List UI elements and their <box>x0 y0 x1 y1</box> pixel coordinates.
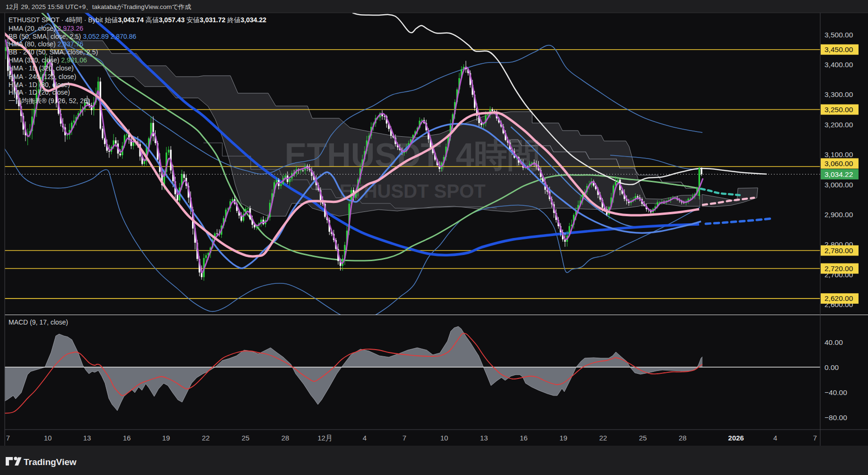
svg-text:16: 16 <box>520 434 528 442</box>
svg-text:2,620.00: 2,620.00 <box>824 294 853 302</box>
svg-text:HMA · 1D (320, close): HMA · 1D (320, close) <box>9 64 74 72</box>
svg-text:7: 7 <box>813 434 817 442</box>
svg-text:4: 4 <box>773 434 777 442</box>
svg-text:3,100.00: 3,100.00 <box>824 150 853 158</box>
svg-text:13: 13 <box>480 434 488 442</box>
svg-text:3,250.00: 3,250.00 <box>824 106 853 114</box>
svg-text:HMA (20, close) 2,973.26: HMA (20, close) 2,973.26 <box>9 25 83 32</box>
svg-text:ETHUSDT SPOT · 4時間 · Bybit 始値: ETHUSDT SPOT · 4時間 · Bybit 始値3,043.74 高値… <box>9 16 266 24</box>
svg-text:12月: 12月 <box>317 434 333 442</box>
svg-text:HMA (320, close) 2,981.06: HMA (320, close) 2,981.06 <box>9 56 87 64</box>
svg-text:BB · 240 (50, SMA, close, 2.5): BB · 240 (50, SMA, close, 2.5) <box>9 48 98 56</box>
svg-text:4: 4 <box>363 434 367 442</box>
svg-text:3,200.00: 3,200.00 <box>824 121 853 129</box>
svg-text:HMA · 240 (120, close): HMA · 240 (120, close) <box>9 73 76 80</box>
svg-text:2,780.00: 2,780.00 <box>824 246 853 255</box>
svg-text:一目均衡表® (9, 26, 52, 26): 一目均衡表® (9, 26, 52, 26) <box>9 97 89 105</box>
svg-text:22: 22 <box>202 434 210 442</box>
svg-text:10: 10 <box>440 434 448 442</box>
svg-text:25: 25 <box>242 434 250 442</box>
svg-text:19: 19 <box>162 434 170 442</box>
svg-text:3,000.00: 3,000.00 <box>824 181 853 189</box>
svg-text:3,450.00: 3,450.00 <box>824 45 853 53</box>
svg-text:2,900.00: 2,900.00 <box>824 211 853 219</box>
svg-text:19: 19 <box>560 434 568 442</box>
svg-text:−40.00: −40.00 <box>824 388 847 396</box>
svg-text:3,060.00: 3,060.00 <box>824 159 853 167</box>
svg-text:7: 7 <box>6 434 10 442</box>
svg-text:3,034.22: 3,034.22 <box>824 170 853 178</box>
svg-text:10: 10 <box>44 434 52 442</box>
svg-text:22: 22 <box>599 434 607 442</box>
svg-text:28: 28 <box>679 434 687 442</box>
svg-text:2,720.00: 2,720.00 <box>824 264 853 273</box>
svg-text:TradingView: TradingView <box>24 457 77 467</box>
svg-text:MACD (9, 17, close): MACD (9, 17, close) <box>9 318 68 326</box>
svg-text:HMA · 1D (20, close): HMA · 1D (20, close) <box>9 88 70 96</box>
svg-text:HMA · 1D (80, close): HMA · 1D (80, close) <box>9 81 70 88</box>
svg-text:0.00: 0.00 <box>824 363 839 371</box>
svg-text:13: 13 <box>83 434 91 442</box>
svg-text:40.00: 40.00 <box>824 338 843 346</box>
svg-text:16: 16 <box>123 434 131 442</box>
svg-text:28: 28 <box>281 434 289 442</box>
svg-text:2026: 2026 <box>728 434 744 442</box>
svg-text:3,500.00: 3,500.00 <box>824 31 853 39</box>
svg-text:7: 7 <box>403 434 406 442</box>
svg-text:3,300.00: 3,300.00 <box>824 90 853 98</box>
svg-text:12月 29, 2025 15:58 UTC+9、takat: 12月 29, 2025 15:58 UTC+9、takatabaがTradin… <box>6 3 191 10</box>
svg-text:−80.00: −80.00 <box>824 413 847 422</box>
svg-text:25: 25 <box>639 434 647 442</box>
svg-text:3,400.00: 3,400.00 <box>824 61 853 69</box>
svg-text:HMA (80, close) 2,937.76: HMA (80, close) 2,937.76 <box>9 40 83 48</box>
svg-text:BB (50, SMA, close, 2.5) 3,052: BB (50, SMA, close, 2.5) 3,052.89 2,870.… <box>9 33 136 40</box>
